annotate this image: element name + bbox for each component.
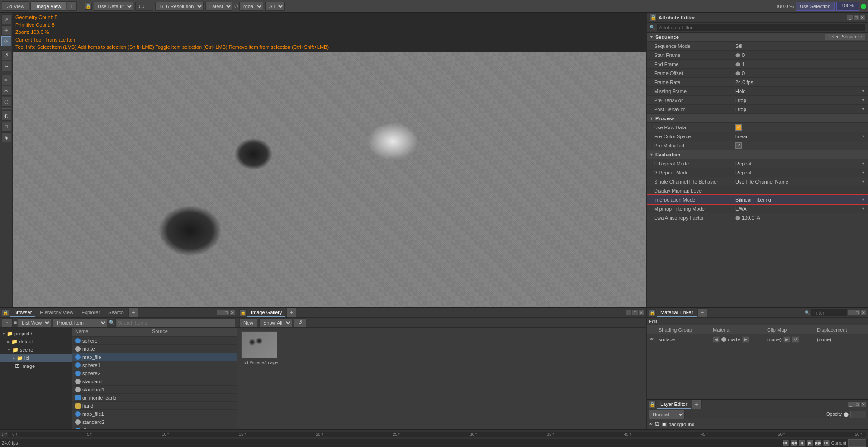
play-btn-play[interactable]: ▶ (807, 440, 813, 446)
file-row-sphere1[interactable]: sphere1 (72, 361, 237, 369)
post-behavior-group[interactable]: Drop ▼ (735, 107, 865, 112)
browser-max[interactable]: □ (223, 310, 229, 315)
v-repeat-group[interactable]: Repeat ▼ (735, 170, 865, 175)
project-item-dropdown[interactable]: Project Item (53, 318, 107, 327)
gallery-refresh-btn[interactable]: ↺ (294, 318, 306, 327)
interpolation-mode-dropdown[interactable]: ▼ (861, 198, 865, 202)
browser-add-tab[interactable]: + (128, 308, 138, 317)
view-mode-dropdown[interactable]: Use Default (94, 2, 133, 11)
tool-pen[interactable]: ✏ (1, 75, 11, 85)
ml-material-prev[interactable]: ◀ (713, 336, 720, 343)
gallery-thumbnail[interactable] (241, 331, 277, 358)
tool-paint[interactable]: ◐ (1, 111, 11, 121)
attr-lock-btn[interactable]: 🔒 (650, 14, 657, 21)
file-row-standard[interactable]: standard (72, 377, 237, 386)
file-row-map-file[interactable]: map_file (72, 353, 237, 361)
ml-vis-icon[interactable]: 👁 (650, 337, 654, 342)
add-tab-button[interactable]: + (67, 1, 77, 11)
v-repeat-dropdown[interactable]: ▼ (861, 170, 865, 175)
file-color-space-dropdown-icon[interactable]: ▼ (861, 134, 865, 139)
tool-scale[interactable]: ⇔ (1, 61, 11, 71)
file-row-hand[interactable]: hand (72, 402, 237, 410)
tool-extra[interactable]: ◈ (1, 132, 11, 142)
u-repeat-group[interactable]: Repeat ▼ (735, 161, 865, 166)
tab-search[interactable]: Search (104, 309, 128, 317)
tab-browser[interactable]: Browser (10, 309, 35, 317)
browser-up-btn[interactable]: ↑ (2, 318, 13, 327)
browser-lock-btn[interactable]: 🔒 (2, 309, 9, 316)
ml-cell-clip-map[interactable]: (none) ▶ ↺ (764, 336, 814, 343)
attr-panel-min[interactable]: _ (847, 15, 853, 20)
u-repeat-dropdown[interactable]: ▼ (861, 161, 865, 166)
use-selection-button[interactable]: Use Selection (796, 2, 835, 11)
play-btn-prev[interactable]: ◀◀ (791, 440, 797, 446)
file-row-standard1[interactable]: standard1 (72, 386, 237, 394)
file-row-sphere[interactable]: sphere (72, 337, 237, 345)
blend-mode-dropdown[interactable]: Normal (649, 410, 685, 419)
tab-explorer[interactable]: Explorer (78, 309, 104, 317)
opacity-input[interactable]: 1.0 (850, 411, 866, 418)
browser-min[interactable]: _ (217, 310, 223, 315)
file-row-matte[interactable]: matte (72, 345, 237, 353)
ml-clip-map-reset[interactable]: ↺ (792, 336, 799, 343)
tab-image-gallery[interactable]: Image Gallery (247, 309, 285, 317)
ml-filter-input[interactable] (811, 309, 847, 316)
latest-dropdown[interactable]: Latest (205, 2, 232, 11)
post-behavior-dropdown-icon[interactable]: ▼ (861, 107, 865, 112)
le-max[interactable]: □ (854, 402, 860, 407)
evaluation-section-header[interactable]: ▼ Evaluation (647, 150, 868, 159)
play-btn-next[interactable]: ▶▶ (815, 440, 821, 446)
list-view-dropdown[interactable]: List View (18, 318, 51, 327)
search-items-input[interactable] (115, 318, 235, 327)
tree-item-default[interactable]: ▶ 📁 default (0, 338, 72, 346)
le-lock-btn[interactable]: 🔒 (649, 401, 656, 408)
ml-material-next[interactable]: ▶ (742, 336, 749, 343)
ewa-icon[interactable]: ⬤ (735, 216, 740, 220)
tool-shape[interactable]: ⬡ (1, 97, 11, 107)
attr-panel-close[interactable]: ✕ (860, 15, 865, 20)
lock-button[interactable]: 🔒 (85, 3, 92, 10)
tab-material-linker[interactable]: Material Linker (657, 309, 697, 317)
tab-3d-view[interactable]: 3d View (2, 1, 29, 11)
browser-close[interactable]: ✕ (230, 310, 235, 315)
tree-item-scene[interactable]: ▼ 📁 scene (0, 346, 72, 354)
detect-sequence-button[interactable]: Detect Sequence (824, 33, 865, 40)
file-row-displacement[interactable]: displacement (72, 426, 237, 429)
ml-clip-map-next[interactable]: ▶ (783, 336, 790, 343)
le-close[interactable]: ✕ (861, 402, 866, 407)
sequence-section-header[interactable]: ▼ Sequence Detect Sequence (647, 33, 868, 42)
timeline-playhead[interactable] (9, 432, 9, 437)
single-channel-group[interactable]: Use File Channel Name ▼ (735, 179, 865, 184)
gallery-close[interactable]: ✕ (639, 310, 644, 315)
single-channel-dropdown[interactable]: ▼ (861, 179, 865, 184)
tab-layer-editor[interactable]: Layer Editor (657, 400, 691, 409)
ml-cell-material[interactable]: ◀ matte ▶ (710, 336, 764, 343)
tool-box[interactable]: □ (1, 122, 11, 132)
le-add-tab[interactable]: + (692, 400, 702, 409)
channel-dropdown[interactable]: rgba (239, 2, 263, 11)
ml-add-tab[interactable]: + (697, 308, 707, 317)
le-min[interactable]: _ (848, 402, 854, 407)
gallery-max[interactable]: □ (632, 310, 638, 315)
use-raw-data-checkbox[interactable]: ✓ (735, 124, 742, 131)
mipmap-filtering-dropdown[interactable]: ▼ (861, 207, 865, 211)
gallery-show-all-dropdown[interactable]: Show All (259, 318, 292, 327)
start-frame-icon[interactable]: ⬤ (735, 53, 740, 57)
tool-select[interactable]: ↗ (1, 14, 11, 24)
frame-offset-icon[interactable]: ⬤ (735, 71, 740, 75)
file-row-map-file1[interactable]: map_file1 (72, 410, 237, 418)
pre-behavior-dropdown-icon[interactable]: ▼ (861, 98, 865, 103)
tree-item-project[interactable]: ▼ 📁 project:/ (0, 329, 72, 338)
interpolation-mode-group[interactable]: Bilinear Filtering ▼ (735, 197, 865, 202)
play-btn-back[interactable]: ◀ (799, 440, 805, 446)
missing-frame-group[interactable]: Hold ▼ (735, 89, 865, 94)
file-row-standard2[interactable]: standard2 (72, 418, 237, 426)
gallery-lock-btn[interactable]: 🔒 (239, 309, 247, 316)
tree-item-lbl[interactable]: ▶ 📁 lbl (0, 354, 72, 362)
file-row-gi-monte-carlo[interactable]: gi_monte_carlo (72, 394, 237, 402)
tab-image-view[interactable]: Image View (30, 1, 66, 11)
attr-filter-input[interactable] (657, 24, 865, 31)
gallery-add-tab[interactable]: + (286, 308, 296, 317)
pre-behavior-group[interactable]: Drop ▼ (735, 98, 865, 103)
tree-item-image[interactable]: 🖼 image (0, 362, 72, 370)
